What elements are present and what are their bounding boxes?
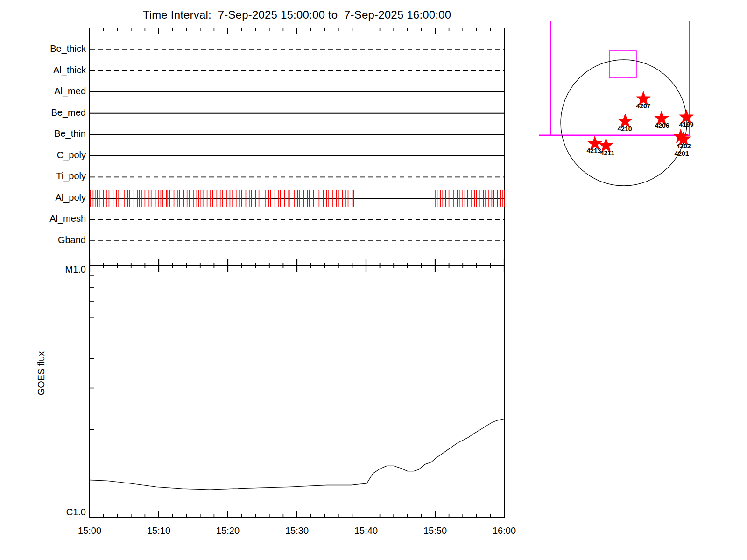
xtick-1530: 15:30 — [285, 525, 309, 536]
filter-label-be-med: Be_med — [8, 107, 86, 118]
panel-frames — [90, 28, 504, 518]
xtick-1600: 16:00 — [493, 525, 516, 536]
filter-label-gband: Gband — [8, 235, 86, 245]
time-axis-ticks — [90, 28, 504, 518]
xtick-1500: 15:00 — [78, 525, 101, 536]
page-title: Time Interval: 7-Sep-2025 15:00:00 to 7-… — [90, 8, 504, 21]
ar-label-4202: 4202 — [676, 142, 691, 150]
xtick-1540: 15:40 — [354, 525, 378, 536]
goes-flux-line — [90, 419, 504, 490]
plot-canvas — [0, 0, 747, 560]
ar-label-4211: 4211 — [600, 149, 614, 157]
ar-label-4201: 4201 — [674, 150, 689, 157]
goes-ymax-label: M1.0 — [8, 264, 86, 275]
xrt-goes-synoptic-page: Time Interval: 7-Sep-2025 15:00:00 to 7-… — [0, 0, 747, 560]
xtick-1550: 15:50 — [423, 525, 447, 536]
filter-panel-frame — [90, 28, 504, 266]
ar-label-4199: 4199 — [679, 121, 693, 128]
goes-log-minor-ticks — [90, 276, 94, 429]
filter-label-be-thick: Be_thick — [8, 43, 86, 54]
filter-row-lines — [90, 49, 504, 241]
ar-label-4207: 4207 — [636, 102, 650, 110]
ar-label-4213: 4213 — [586, 147, 601, 154]
filter-label-al-mesh: Al_mesh — [8, 213, 86, 224]
ar-label-4210: 4210 — [617, 125, 632, 133]
xtick-1510: 15:10 — [147, 525, 170, 536]
filter-label-ti-poly: Ti_poly — [8, 171, 86, 182]
goes-flux-curve — [90, 419, 504, 490]
filter-label-c-poly: C_poly — [8, 150, 86, 161]
xtick-1520: 15:20 — [216, 525, 240, 536]
goes-axis-title: GOES flux — [36, 351, 47, 395]
goes-ymin-label: C1.0 — [8, 507, 86, 518]
solar-disk-inset — [539, 21, 693, 186]
filter-label-al-med: Al_med — [8, 86, 86, 97]
ar-label-4206: 4206 — [655, 122, 669, 129]
filter-label-al-poly: Al_poly — [8, 192, 86, 203]
filter-label-al-thick: Al_thick — [8, 65, 86, 76]
filter-label-be-thin: Be_thin — [8, 128, 86, 139]
fov-small-box — [609, 51, 636, 78]
goes-panel-frame — [90, 266, 504, 518]
